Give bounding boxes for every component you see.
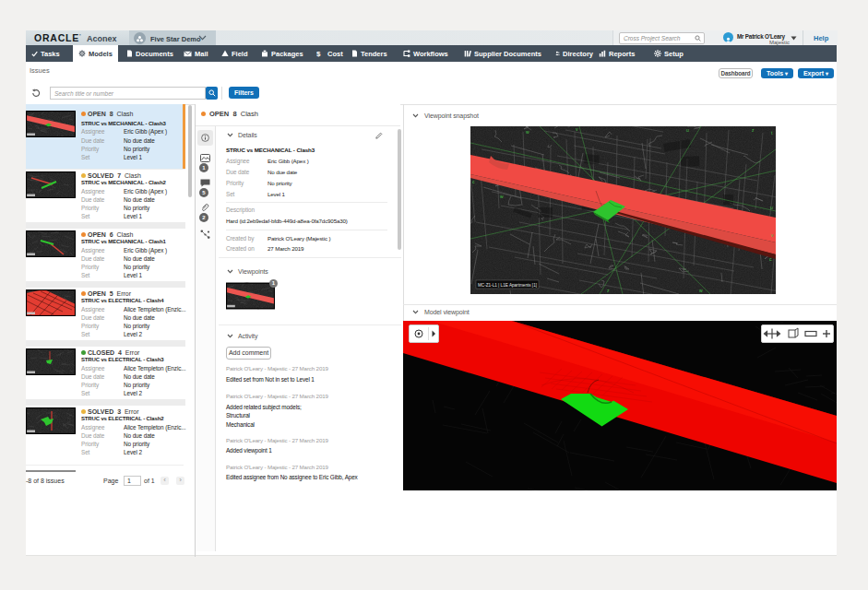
svg-text:MC-Z1-L1 | L1E Apartments [1]: MC-Z1-L1 | L1E Apartments [1]: [478, 283, 537, 288]
svg-text:u: u: [770, 205, 773, 210]
svg-text:w: w: [500, 194, 504, 199]
svg-text:w: w: [526, 129, 529, 135]
svg-text:u: u: [686, 127, 689, 133]
svg-text:$: $: [316, 50, 321, 57]
svg-text:w: w: [699, 288, 703, 293]
